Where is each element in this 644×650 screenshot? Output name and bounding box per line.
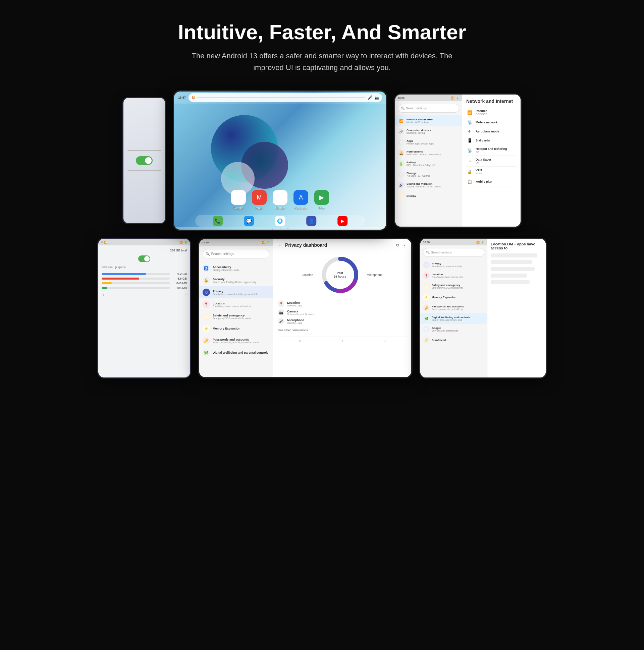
- privacy-item-safety[interactable]: ⚠ Safety and emergency Emergency SOS, me…: [199, 311, 273, 323]
- network-item-sim[interactable]: 📱 SIM cards: [466, 136, 516, 145]
- storage-size-1: 9.2 GB: [177, 272, 187, 276]
- privacy-screen: 15:29 📶 🔋 🔍 Search settings ♿: [199, 239, 411, 377]
- settings2-screen: 18:28 📶 🔋 🔍 Search settings 🛡 Priv: [420, 239, 546, 377]
- dock-chrome[interactable]: 🌐: [275, 216, 285, 226]
- settings2-search-box[interactable]: 🔍 Search settings: [423, 248, 484, 257]
- device-phone-left: [123, 97, 166, 224]
- app-icon-assistant[interactable]: A Assistant: [294, 190, 308, 210]
- notif-sub: Notification history, conversations: [407, 153, 459, 155]
- back-button[interactable]: ←: [278, 242, 282, 248]
- settings-item-display-text: Display: [407, 194, 459, 197]
- settings-item-sound[interactable]: 🔊 Sound and vibration Volume, vibration,…: [395, 180, 462, 190]
- app-icons-row: G Google M Maps G Google: [174, 190, 386, 210]
- settings-item-notifications[interactable]: 🔔 Notifications Notification history, co…: [395, 147, 462, 158]
- permission-microphone[interactable]: 🎤 Microphone Used by 1 app: [278, 318, 407, 325]
- permission-camera[interactable]: 📷 Camera Not used in past 24 hours: [278, 309, 407, 316]
- privacy-search-box[interactable]: 🔍 Search settings: [203, 249, 269, 258]
- donut-center-label: Past 24 hours: [334, 272, 346, 279]
- battery-icon-circle: 🔋: [398, 160, 405, 167]
- network-item-internet[interactable]: 📶 Internet DOOGEE: [466, 107, 516, 118]
- dashboard-actions: ↻ ⋮: [396, 243, 407, 248]
- settings2-item-passwords[interactable]: 🔑 Passwords and accounts Saved passwords…: [420, 302, 487, 313]
- app-icon-maps[interactable]: M Maps: [252, 190, 267, 210]
- google2-icon: G: [278, 194, 282, 201]
- nav-home[interactable]: ○: [280, 227, 281, 229]
- settings2-item-memory[interactable]: ⚡ Memory Expansion: [420, 292, 487, 302]
- privacy-item-memory[interactable]: ⚡ Memory Expansion: [199, 323, 273, 334]
- storage-sub: 7% used · 237 GB free: [407, 175, 459, 177]
- network-item-airplane[interactable]: ✈ Aeroplane mode: [466, 127, 516, 136]
- storage-toggle-switch[interactable]: [138, 255, 150, 262]
- settings2-item-duraspeed[interactable]: ⚡ DuraSpeed: [420, 334, 487, 345]
- settings2-item-safety[interactable]: ⚠ Safety and emergency Emergency SOS, me…: [420, 281, 487, 292]
- settings2-item-location[interactable]: 📍 Location On – 5 apps have access to lo…: [420, 270, 487, 281]
- toggle-switch-left[interactable]: [136, 156, 152, 165]
- devices-row1: 16:57 G 🎤 📷 G G: [0, 87, 644, 234]
- tablet-time: 16:57: [178, 96, 186, 99]
- storage-nav-home[interactable]: ○: [143, 293, 145, 296]
- dock-messages[interactable]: 💬: [244, 216, 254, 226]
- privacy-nav-home[interactable]: ○: [341, 339, 343, 342]
- settings2-safety-text: Safety and emergency Emergency SOS, medi…: [432, 284, 484, 289]
- settings-search-box[interactable]: 🔍 Search settings: [398, 104, 459, 113]
- privacy-item-passwords[interactable]: 🔑 Passwords and accounts Saved passwords…: [199, 334, 273, 347]
- network-item-mobileplan[interactable]: 📋 Mobile plan: [466, 177, 516, 186]
- storage-nav-back[interactable]: ◁: [102, 293, 104, 296]
- settings-item-connected[interactable]: 🔗 Connected devices Bluetooth, pairing: [395, 126, 462, 137]
- dock-contacts[interactable]: 👤: [306, 216, 316, 226]
- app-label-play: Play: [319, 206, 325, 210]
- dock-youtube[interactable]: ▶: [337, 216, 347, 226]
- app-icon-google2[interactable]: G Google: [273, 190, 287, 210]
- mobile-label: Mobile network: [476, 121, 516, 124]
- privacy-item-wellbeing[interactable]: 🌿 Digital Wellbeing and parental control…: [199, 347, 273, 359]
- privacy-item-accessibility[interactable]: ♿ Accessibility Display, interaction, au…: [199, 262, 273, 274]
- settings2-item-google[interactable]: G Google Services and preferences: [420, 324, 487, 334]
- more-icon[interactable]: ⋮: [402, 243, 407, 248]
- permission-list: 📍 Location Used by 1 app 📷 Camera Not us…: [278, 300, 407, 332]
- notif-icon-circle: 🔔: [398, 149, 405, 156]
- network-item-vpn[interactable]: 🔒 VPN None: [466, 167, 516, 177]
- dock-phone[interactable]: 📞: [213, 216, 223, 226]
- privacy-item-privacy[interactable]: 🛡 Privacy Permissions, account activity,…: [199, 286, 273, 298]
- settings-item-battery[interactable]: 🔋 Battery 84% · More than 2 days left: [395, 158, 462, 169]
- app-icon-play[interactable]: ▶ Play: [314, 190, 329, 210]
- privacy-nav-back[interactable]: ◁: [298, 339, 301, 342]
- settings2-duraspeed-icon: ⚡: [423, 336, 430, 343]
- privacy-nav-recent[interactable]: □: [384, 339, 386, 342]
- refresh-icon[interactable]: ↻: [396, 243, 400, 248]
- nav-recents[interactable]: □: [288, 227, 289, 229]
- network-item-datasaver[interactable]: ○ Data Saver Off: [466, 156, 516, 167]
- network-sub-text: Mobile, Wi-Fi, hotspot: [407, 121, 459, 123]
- network-items-list: 📶 Internet DOOGEE 📡 Mobile network ✈: [466, 107, 516, 186]
- settings2-time: 18:28: [423, 241, 430, 244]
- see-permissions-link[interactable]: See other permissions: [278, 328, 407, 332]
- dock-youtube-icon: ▶: [341, 218, 344, 224]
- security-text: Security Screen lock, Find My Device, ap…: [213, 278, 256, 283]
- tablet-search-bar[interactable]: G 🎤 📷: [189, 93, 382, 102]
- network-item-mobile[interactable]: 📡 Mobile network: [466, 118, 516, 127]
- perm-location-name: Location: [287, 301, 302, 304]
- settings2-memory-icon: ⚡: [423, 294, 430, 300]
- vpn-label: VPN: [476, 169, 516, 172]
- privacy-right-panel: ← Privacy dashboard ↻ ⋮ Location: [273, 239, 411, 377]
- settings2-item-privacy[interactable]: 🛡 Privacy Permissions, account activity: [420, 259, 487, 270]
- network-item-hotspot[interactable]: 📡 Hotspot and tethering Off: [466, 145, 516, 156]
- privacy-item-security[interactable]: 🔒 Security Screen lock, Find My Device, …: [199, 274, 273, 286]
- storage-nav-recent[interactable]: □: [185, 293, 187, 296]
- tablet-top-bar: 16:57 G 🎤 📷: [174, 92, 386, 104]
- settings2-item-wellbeing[interactable]: 🌿 Digital Wellbeing and controls Screen …: [420, 313, 487, 324]
- location-apps-list: [491, 253, 542, 284]
- settings-item-apps[interactable]: ⊞ Apps Recent apps, default apps: [395, 137, 462, 147]
- settings-item-storage[interactable]: ≡ Storage 7% used · 237 GB free: [395, 169, 462, 180]
- settings2-privacy-text: Privacy Permissions, account activity: [432, 262, 484, 267]
- permission-location[interactable]: 📍 Location Used by 1 app: [278, 300, 407, 307]
- settings-item-display[interactable]: ☀ Display: [395, 190, 462, 201]
- app-icon-google[interactable]: G Google: [231, 190, 246, 210]
- settings2-safety-icon: ⚠: [423, 283, 430, 290]
- privacy-item-location[interactable]: 📍 Location On – 5 apps have access to lo…: [199, 298, 273, 311]
- settings-item-network[interactable]: 📶 Network and Internet Mobile, Wi-Fi, ho…: [395, 115, 462, 126]
- storage-title: Storage: [407, 172, 459, 175]
- network-text-mobile: Mobile network: [476, 121, 516, 124]
- location-title-item: Location: [213, 302, 250, 305]
- nav-back[interactable]: ◁: [271, 227, 273, 230]
